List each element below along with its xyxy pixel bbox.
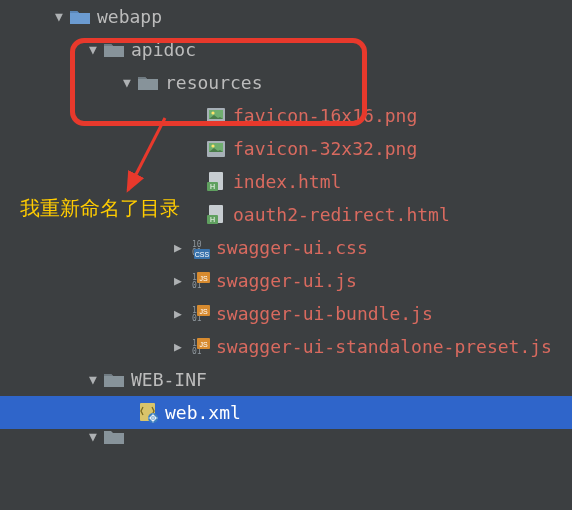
- svg-text:JS: JS: [199, 308, 208, 315]
- tree-row-file[interactable]: ▶ 1001CSS swagger-ui.css: [0, 231, 572, 264]
- tree-row-file[interactable]: ▶ 1001JS swagger-ui-bundle.js: [0, 297, 572, 330]
- js-file-icon: 1001JS: [188, 303, 210, 325]
- tree-row-folder[interactable]: ▼ WEB-INF: [0, 363, 572, 396]
- js-file-icon: 1001JS: [188, 270, 210, 292]
- folder-icon: [69, 6, 91, 28]
- file-label: swagger-ui.css: [216, 237, 368, 258]
- tree-row-folder[interactable]: ▼ resources: [0, 66, 572, 99]
- tree-row-file[interactable]: favicon-16x16.png: [0, 99, 572, 132]
- tree-row-file-selected[interactable]: web.xml: [0, 396, 572, 429]
- folder-label: resources: [165, 72, 263, 93]
- svg-point-2: [211, 111, 214, 114]
- tree-row-folder[interactable]: ▼ apidoc: [0, 33, 572, 66]
- folder-icon: [137, 72, 159, 94]
- tree-row-file[interactable]: H index.html: [0, 165, 572, 198]
- file-label: favicon-16x16.png: [233, 105, 417, 126]
- folder-icon: [103, 369, 125, 391]
- chevron-down-icon[interactable]: ▼: [120, 75, 134, 90]
- file-label: swagger-ui-standalone-preset.js: [216, 336, 552, 357]
- xml-file-icon: [137, 402, 159, 424]
- css-file-icon: 1001CSS: [188, 237, 210, 259]
- chevron-down-icon[interactable]: ▼: [86, 42, 100, 57]
- svg-text:CSS: CSS: [195, 251, 210, 258]
- folder-label: webapp: [97, 6, 162, 27]
- tree-row-folder[interactable]: ▼ webapp: [0, 0, 572, 33]
- svg-text:JS: JS: [199, 275, 208, 282]
- tree-row-file[interactable]: ▶ 1001JS swagger-ui-standalone-preset.js: [0, 330, 572, 363]
- tree-row-file[interactable]: favicon-32x32.png: [0, 132, 572, 165]
- chevron-right-icon[interactable]: ▶: [171, 306, 185, 321]
- file-label: index.html: [233, 171, 341, 192]
- file-label: swagger-ui.js: [216, 270, 357, 291]
- folder-label: WEB-INF: [131, 369, 207, 390]
- folder-label: apidoc: [131, 39, 196, 60]
- svg-text:H: H: [210, 183, 215, 190]
- chevron-right-icon[interactable]: ▶: [171, 339, 185, 354]
- svg-point-5: [211, 144, 214, 147]
- file-label: favicon-32x32.png: [233, 138, 417, 159]
- file-label: oauth2-redirect.html: [233, 204, 450, 225]
- folder-icon: [103, 429, 125, 444]
- chevron-right-icon[interactable]: ▶: [171, 240, 185, 255]
- file-label: swagger-ui-bundle.js: [216, 303, 433, 324]
- svg-text:H: H: [210, 216, 215, 223]
- tree-row-file[interactable]: ▶ 1001JS swagger-ui.js: [0, 264, 572, 297]
- chevron-right-icon[interactable]: ▶: [171, 273, 185, 288]
- file-label: web.xml: [165, 402, 241, 423]
- image-file-icon: [205, 138, 227, 160]
- tree-row-file[interactable]: H oauth2-redirect.html: [0, 198, 572, 231]
- chevron-down-icon[interactable]: ▼: [86, 429, 100, 444]
- js-file-icon: 1001JS: [188, 336, 210, 358]
- image-file-icon: [205, 105, 227, 127]
- tree-row-folder[interactable]: ▼: [0, 429, 572, 444]
- svg-text:JS: JS: [199, 341, 208, 348]
- html-file-icon: H: [205, 171, 227, 193]
- chevron-down-icon[interactable]: ▼: [52, 9, 66, 24]
- chevron-down-icon[interactable]: ▼: [86, 372, 100, 387]
- folder-icon: [103, 39, 125, 61]
- html-file-icon: H: [205, 204, 227, 226]
